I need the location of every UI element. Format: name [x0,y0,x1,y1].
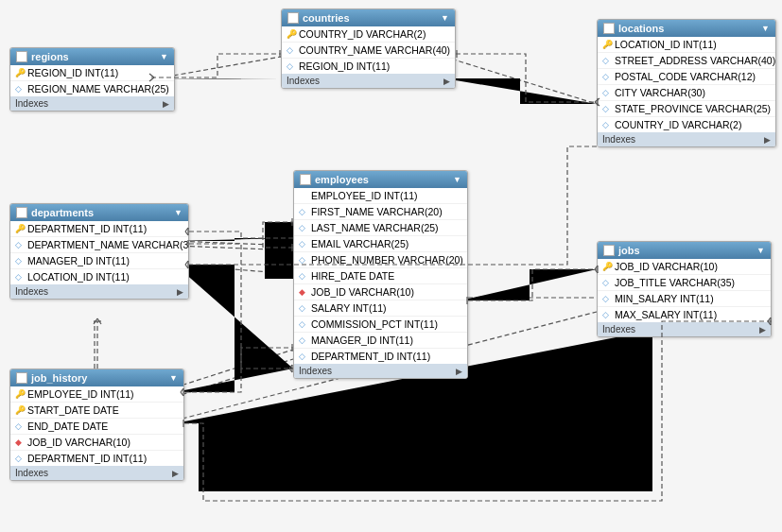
table-row: 🔑 START_DATE DATE [10,403,183,419]
table-header-job-history: job_history ▼ [10,369,183,386]
table-departments: departments ▼ 🔑 DEPARTMENT_ID INT(11) ◇ … [9,203,189,300]
column-text: MAX_SALARY INT(11) [615,309,717,320]
key-icon-gold: 🔑 [602,40,612,49]
dropdown-arrow-employees[interactable]: ▼ [453,175,461,184]
table-row: ◇ DEPARTMENT_ID INT(11) [294,349,467,364]
table-body-locations: 🔑 LOCATION_ID INT(11) ◇ STREET_ADDRESS V… [598,37,775,132]
diagram-canvas: regions ▼ 🔑 REGION_ID INT(11) ◇ REGION_N… [0,0,782,532]
column-text: EMAIL VARCHAR(25) [311,238,408,249]
table-row: ◇ FIRST_NAME VARCHAR(20) [294,204,467,220]
table-name-departments: departments [31,207,94,218]
table-body-countries: 🔑 COUNTRY_ID VARCHAR(2) ◇ COUNTRY_NAME V… [282,26,455,74]
table-row: ◇ DEPARTMENT_ID INT(11) [10,451,183,466]
table-body-job-history: 🔑 EMPLOYEE_ID INT(11) 🔑 START_DATE DATE … [10,386,183,466]
indexes-label: Indexes [287,76,320,86]
dropdown-arrow-jobs[interactable]: ▼ [756,246,765,255]
column-text: COUNTRY_NAME VARCHAR(40) [299,44,450,56]
indexes-label: Indexes [15,286,48,297]
table-row: ◇ SALARY INT(11) [294,300,467,317]
table-row: ◇ REGION_ID INT(11) [282,59,455,74]
indexes-arrow: ▶ [759,325,766,335]
key-icon-diamond: ◇ [299,207,308,216]
table-row: ◇ MAX_SALARY INT(11) [598,307,771,322]
column-text: MANAGER_ID INT(11) [27,255,130,266]
key-icon-diamond: ◇ [602,294,612,303]
indexes-arrow: ▶ [456,367,462,376]
svg-line-6 [175,359,293,397]
table-header-jobs: jobs ▼ [598,242,771,259]
key-icon-diamond: ◇ [15,272,25,282]
table-row: ◇ LOCATION_ID INT(11) [10,269,188,284]
key-icon-diamond: ◇ [15,240,25,249]
table-row: ◇ COUNTRY_NAME VARCHAR(40) [282,43,455,59]
svg-line-5 [175,241,293,246]
table-row: ◇ COUNTRY_ID VARCHAR(2) [598,117,775,132]
key-icon-gold: 🔑 [287,29,296,39]
key-icon-diamond: ◇ [15,84,25,94]
indexes-row-employees[interactable]: Indexes ▶ [294,364,467,378]
dropdown-arrow-job-history[interactable]: ▼ [169,373,178,383]
table-row: 🔑 JOB_ID VARCHAR(10) [598,259,771,275]
dropdown-arrow-locations[interactable]: ▼ [761,24,770,33]
table-header-regions: regions ▼ [10,48,174,65]
key-icon-diamond: ◇ [15,421,25,431]
table-jobs: jobs ▼ 🔑 JOB_ID VARCHAR(10) ◇ JOB_TITLE … [597,241,772,337]
table-row: ◇ MANAGER_ID INT(11) [10,253,188,269]
key-icon-gold: 🔑 [15,224,25,233]
column-text: COMMISSION_PCT INT(11) [311,318,438,330]
indexes-label: Indexes [299,366,332,376]
indexes-arrow: ▶ [443,77,450,86]
table-icon-departments [16,207,27,218]
column-text: HIRE_DATE DATE [311,270,394,282]
column-text: START_DATE DATE [27,404,119,416]
table-row: ◇ JOB_TITLE VARCHAR(35) [598,275,771,291]
table-row: ◇ HIRE_DATE DATE [294,268,467,284]
indexes-row-job-history[interactable]: Indexes ▶ [10,466,183,480]
indexes-row-locations[interactable]: Indexes ▶ [598,132,775,146]
key-icon-diamond: ◇ [602,310,612,319]
column-text: EMPLOYEE_ID INT(11) [311,190,418,201]
table-regions: regions ▼ 🔑 REGION_ID INT(11) ◇ REGION_N… [9,47,175,112]
table-row: 🔑 DEPARTMENT_ID INT(11) [10,221,188,237]
svg-line-2 [175,246,293,250]
column-text: LOCATION_ID INT(11) [27,271,130,283]
key-icon-diamond: ◇ [299,335,308,345]
table-body-departments: 🔑 DEPARTMENT_ID INT(11) ◇ DEPARTMENT_NAM… [10,221,188,284]
key-icon-diamond: ◇ [602,56,612,65]
column-text: DEPARTMENT_ID INT(11) [27,223,147,234]
column-text: JOB_ID VARCHAR(10) [27,437,130,448]
column-text: COUNTRY_ID VARCHAR(2) [615,119,741,130]
table-body-employees: EMPLOYEE_ID INT(11) ◇ FIRST_NAME VARCHAR… [294,188,467,364]
dropdown-arrow-departments[interactable]: ▼ [174,208,182,217]
column-text: JOB_ID VARCHAR(10) [615,261,718,272]
dropdown-arrow-countries[interactable]: ▼ [441,13,449,23]
key-icon-diamond: ◇ [602,72,612,81]
column-text: REGION_ID INT(11) [299,60,390,72]
key-icon-red-diamond: ◆ [15,438,25,447]
key-icon-diamond: ◇ [602,278,612,287]
key-icon-diamond: ◇ [602,104,612,113]
column-text: FIRST_NAME VARCHAR(20) [311,206,443,217]
dropdown-arrow-regions[interactable]: ▼ [160,52,168,61]
indexes-arrow: ▶ [177,287,183,297]
indexes-row-departments[interactable]: Indexes ▶ [10,284,188,299]
column-text: END_DATE DATE [27,420,108,432]
table-row: ◇ REGION_NAME VARCHAR(25) [10,81,174,96]
indexes-arrow: ▶ [764,135,771,145]
column-text: SALARY INT(11) [311,302,387,314]
key-icon-gold: 🔑 [15,389,25,399]
table-name-jobs: jobs [618,245,640,256]
table-row: ◇ END_DATE DATE [10,419,183,435]
key-icon-diamond: ◇ [299,319,308,329]
indexes-row-jobs[interactable]: Indexes ▶ [598,322,771,336]
table-header-locations: locations ▼ [598,20,775,37]
column-text: JOB_TITLE VARCHAR(35) [615,277,735,288]
indexes-row-regions[interactable]: Indexes ▶ [10,96,174,111]
table-row: ◇ COMMISSION_PCT INT(11) [294,317,467,333]
table-name-employees: employees [315,174,369,185]
column-text: STREET_ADDRESS VARCHAR(40) [615,55,775,66]
svg-line-1 [444,57,597,104]
indexes-row-countries[interactable]: Indexes ▶ [282,74,455,88]
table-body-jobs: 🔑 JOB_ID VARCHAR(10) ◇ JOB_TITLE VARCHAR… [598,259,771,322]
svg-line-34 [94,318,97,324]
